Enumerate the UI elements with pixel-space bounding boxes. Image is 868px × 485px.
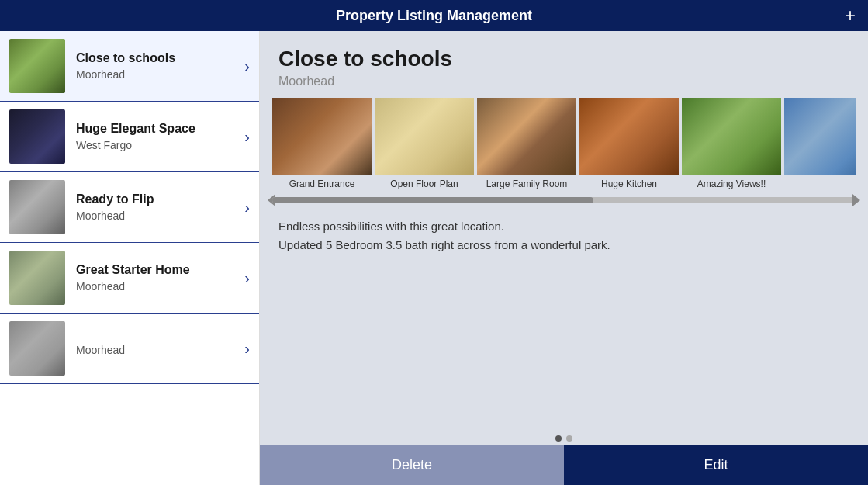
property-info: Moorhead <box>76 341 238 356</box>
property-thumbnail <box>9 180 65 234</box>
photo-image <box>272 98 372 175</box>
property-thumbnail <box>9 109 65 164</box>
photo-item[interactable]: Huge Kitchen <box>579 98 679 189</box>
photo-label: Open Floor Plan <box>375 178 474 189</box>
photo-image <box>375 98 474 175</box>
photo-scrollbar[interactable] <box>272 197 856 203</box>
sidebar-item[interactable]: Great Starter Home Moorhead › <box>0 243 259 314</box>
property-title: Close to schools <box>76 51 238 65</box>
photo-item[interactable]: Grand Entrance <box>272 98 372 189</box>
detail-subtitle: Moorhead <box>278 74 849 88</box>
photo-strip-container: Grand Entrance Open Floor Plan Large Fam… <box>260 98 868 192</box>
sidebar-item[interactable]: Moorhead › <box>0 314 259 384</box>
main-content: Close to schools Moorhead › Huge Elegant… <box>0 31 868 485</box>
indicator-dot-1 <box>555 435 562 442</box>
description-line2: Updated 5 Bedroom 3.5 bath right across … <box>278 236 849 255</box>
detail-description: Endless possibilities with this great lo… <box>260 203 868 432</box>
scrollbar-track <box>272 197 856 203</box>
property-title: Huge Elegant Space <box>76 122 238 136</box>
detail-panel: Close to schools Moorhead Grand Entrance… <box>260 31 868 485</box>
description-line1: Endless possibilities with this great lo… <box>278 217 849 236</box>
photo-item[interactable]: Large Family Room <box>477 98 576 189</box>
property-subtitle: Moorhead <box>76 280 238 293</box>
chevron-right-icon: › <box>244 57 250 75</box>
photo-item[interactable]: Open Floor Plan <box>375 98 474 189</box>
photo-image <box>477 98 576 175</box>
property-subtitle: West Fargo <box>76 139 238 151</box>
property-subtitle: Moorhead <box>76 210 238 222</box>
photo-label: Grand Entrance <box>272 178 372 189</box>
photo-image <box>682 98 781 175</box>
photo-item[interactable] <box>784 98 856 189</box>
edit-button[interactable]: Edit <box>564 445 868 485</box>
property-title: Ready to Flip <box>76 192 238 206</box>
property-info: Great Starter Home Moorhead <box>76 263 238 293</box>
sidebar-item[interactable]: Huge Elegant Space West Fargo › <box>0 102 259 172</box>
sidebar-item[interactable]: Close to schools Moorhead › <box>0 31 259 102</box>
photo-label: Huge Kitchen <box>579 178 679 189</box>
chevron-right-icon: › <box>244 199 250 217</box>
property-thumbnail <box>9 251 65 305</box>
photo-label: Amazing Views!! <box>682 178 781 189</box>
property-title: Great Starter Home <box>76 263 238 277</box>
photo-image <box>579 98 679 175</box>
app-header: Property Listing Management + <box>0 0 868 31</box>
page-indicator <box>260 432 868 445</box>
detail-header: Close to schools Moorhead <box>260 31 868 98</box>
sidebar-item[interactable]: Ready to Flip Moorhead › <box>0 172 259 243</box>
property-info: Close to schools Moorhead <box>76 51 238 81</box>
delete-button[interactable]: Delete <box>260 445 564 485</box>
property-thumbnail <box>9 39 65 93</box>
property-subtitle: Moorhead <box>76 68 238 81</box>
chevron-right-icon: › <box>244 340 250 358</box>
photo-item[interactable]: Amazing Views!! <box>682 98 781 189</box>
add-button[interactable]: + <box>845 5 856 26</box>
scroll-right-arrow[interactable] <box>852 194 860 206</box>
chevron-right-icon: › <box>244 269 250 287</box>
app-title: Property Listing Management <box>336 8 532 24</box>
property-list: Close to schools Moorhead › Huge Elegant… <box>0 31 260 485</box>
property-info: Ready to Flip Moorhead <box>76 192 238 222</box>
property-info: Huge Elegant Space West Fargo <box>76 122 238 151</box>
scrollbar-thumb <box>272 197 593 203</box>
detail-title: Close to schools <box>278 47 849 71</box>
photo-image <box>784 98 856 175</box>
footer-buttons: Delete Edit <box>260 445 868 485</box>
chevron-right-icon: › <box>244 128 250 146</box>
property-thumbnail <box>9 321 65 376</box>
property-subtitle: Moorhead <box>76 344 238 356</box>
indicator-dot-2 <box>566 435 572 442</box>
photo-label: Large Family Room <box>477 178 576 189</box>
photo-strip: Grand Entrance Open Floor Plan Large Fam… <box>272 98 856 192</box>
